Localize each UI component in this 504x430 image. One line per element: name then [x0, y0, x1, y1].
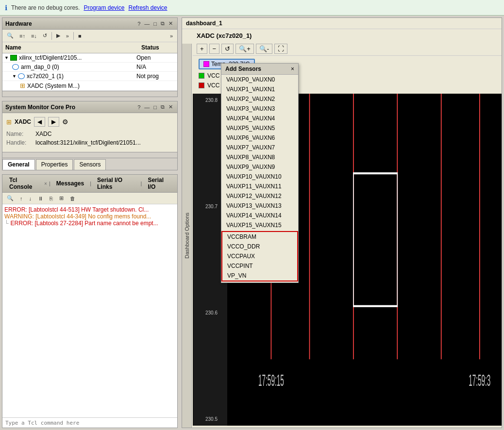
add-sensors-title: Add Sensors [225, 66, 261, 72]
sys-monitor-header: System Monitor Core Pro ? — □ ⧉ ✕ [2, 101, 177, 113]
refresh-device-link[interactable]: Refresh device [128, 4, 167, 11]
hw-stop-btn[interactable]: ■ [76, 32, 84, 40]
sm-horiz-scrollbar[interactable] [2, 152, 177, 158]
sm-minimize-btn[interactable]: — [143, 104, 151, 111]
device-icon-1 [12, 64, 19, 70]
add-sensor-item[interactable]: VAUXP13_VAUXN13 [221, 201, 298, 211]
program-device-link[interactable]: Program device [84, 4, 124, 11]
hw-tree-row-0[interactable]: ▼ xilinx_tcf/Digilent/2105... Open [2, 53, 177, 63]
hw-tree-name-3: XADC (System M...) [27, 83, 136, 89]
hw-tree-row-1[interactable]: arm_dap_0 (0) N/A [2, 63, 177, 72]
tcl-expand-icon: └ [4, 220, 9, 227]
add-sensor-item[interactable]: VCCPAUX [222, 251, 297, 261]
dashboard-title: dashboard_1 [182, 18, 502, 29]
hardware-maximize-btn[interactable]: □ [152, 20, 158, 27]
sm-name-label: Name: [6, 131, 35, 137]
add-sensor-item[interactable]: VAUXP10_VAUXN10 [221, 172, 298, 182]
xadc-refresh-btn[interactable]: ↺ [221, 44, 234, 54]
hw-separator-2 [73, 32, 74, 40]
add-sensor-item[interactable]: VP_VN [222, 271, 297, 281]
hw-collapse-btn[interactable]: ≡↑ [17, 32, 28, 40]
add-sensor-item[interactable]: VAUXP12_VAUXN12 [221, 191, 298, 201]
add-sensor-item[interactable]: VAUXP9_VAUXN9 [221, 162, 298, 172]
add-sensor-item[interactable]: VAUXP3_VAUXN3 [221, 104, 298, 114]
add-sensor-item[interactable]: VAUXP14_VAUXN14 [221, 211, 298, 220]
device-icon-0 [10, 55, 17, 61]
hardware-close-btn[interactable]: ✕ [167, 20, 174, 27]
sm-help-btn[interactable]: ? [136, 104, 142, 111]
tcl-pause-btn[interactable]: ⏸ [35, 194, 46, 203]
tab-general[interactable]: General [2, 159, 35, 170]
sm-restore-btn[interactable]: ⧉ [159, 103, 166, 111]
tcl-serial-io-tab[interactable]: Serial I/O [144, 176, 174, 191]
add-sensor-item[interactable]: VCCBRAM [222, 232, 297, 242]
sm-maximize-btn[interactable]: □ [152, 104, 158, 111]
add-sensor-item[interactable]: VAUXP8_VAUXN8 [221, 152, 298, 162]
tcl-console-tab[interactable]: Tcl Console [5, 176, 42, 191]
expand-arrow-0[interactable]: ▼ [4, 55, 10, 60]
tcl-down-btn[interactable]: ↓ [27, 194, 34, 203]
tcl-copy-btn[interactable]: ⎘ [47, 194, 55, 203]
hardware-panel-title: Hardware [5, 20, 32, 27]
hw-refresh-btn[interactable]: ↺ [40, 31, 50, 40]
svg-text:17:59:3: 17:59:3 [469, 371, 490, 389]
xadc-fullscreen-btn[interactable]: ⛶ [274, 44, 287, 54]
add-sensor-item[interactable]: VAUXP6_VAUXN6 [221, 133, 298, 143]
tcl-up-btn[interactable]: ↑ [17, 194, 25, 203]
hardware-minimize-btn[interactable]: — [143, 20, 151, 27]
hw-tree-row-3[interactable]: ⊞ XADC (System M...) [2, 81, 177, 91]
hardware-panel-controls: ? — □ ⧉ ✕ [136, 20, 174, 27]
add-sensor-item[interactable]: VCCO_DDR [222, 242, 297, 251]
add-sensor-item[interactable]: VAUXP5_VAUXN5 [221, 123, 298, 133]
hw-tree-name-0: xilinx_tcf/Digilent/2105... [19, 54, 136, 61]
tcl-clear-btn[interactable]: 🗑 [67, 194, 78, 203]
tcl-search-btn[interactable]: 🔍 [4, 194, 16, 203]
add-sensor-item[interactable]: VAUXP11_VAUXN11 [221, 182, 298, 191]
tcl-serial-io-links-tab[interactable]: Serial I/O Links [93, 176, 139, 191]
hw-search-btn[interactable]: 🔍 [4, 31, 16, 40]
sm-next-btn[interactable]: ▶ [48, 117, 59, 127]
hw-more-btn[interactable]: » [64, 32, 71, 40]
hw-horiz-scrollbar[interactable] [2, 91, 177, 97]
add-sensor-item[interactable]: VCCPINT [222, 261, 297, 271]
hardware-help-btn[interactable]: ? [136, 20, 142, 27]
temp-color-box [203, 61, 209, 67]
hw-run-btn[interactable]: ▶ [54, 31, 63, 40]
tcl-input-row [2, 417, 177, 428]
add-sensor-item[interactable]: VAUXP0_VAUXN0 [221, 75, 298, 84]
expand-arrow-2[interactable]: ▼ [12, 74, 18, 79]
tcl-input[interactable] [5, 420, 174, 426]
tab-sensors[interactable]: Sensors [74, 159, 106, 170]
hardware-panel: Hardware ? — □ ⧉ ✕ 🔍 ≡↑ ≡↓ ↺ ▶ » ■ [2, 17, 178, 97]
xadc-zoom-out-btn[interactable]: 🔍- [256, 44, 272, 54]
sm-close-btn[interactable]: ✕ [167, 103, 174, 111]
add-sensor-item[interactable]: VAUXP1_VAUXN1 [221, 84, 298, 94]
hw-col-status: Status [138, 43, 177, 52]
sm-settings-btn[interactable]: ⚙ [62, 118, 68, 126]
hw-col-name: Name [2, 43, 138, 52]
svg-rect-6 [353, 173, 397, 306]
hw-expand-btn[interactable]: ≡↓ [29, 32, 39, 40]
tcl-close-btn[interactable]: × [44, 181, 47, 186]
add-sensors-close-btn[interactable]: × [291, 66, 294, 72]
add-sensor-item[interactable]: VAUXP7_VAUXN7 [221, 143, 298, 152]
hw-tree-row-2[interactable]: ▼ xc7z020_1 (1) Not prog [2, 72, 177, 81]
hw-extra-btn[interactable]: » [168, 32, 175, 40]
add-sensor-item[interactable]: VAUXP4_VAUXN4 [221, 114, 298, 123]
sensor-vcc1-text: VCC [207, 72, 219, 79]
sm-handle-label: Handle: [6, 139, 35, 146]
xadc-zoom-in-btn[interactable]: 🔍+ [235, 44, 254, 54]
sm-xadc-icon: ⊞ [6, 118, 12, 126]
add-sensor-item[interactable]: VAUXP15_VAUXN15 [221, 220, 298, 230]
add-sensor-item[interactable]: VAUXP2_VAUXN2 [221, 94, 298, 104]
sm-prev-btn[interactable]: ◀ [34, 117, 45, 127]
dashboard-options-sidebar[interactable]: Dashboard Options [182, 44, 192, 428]
xadc-add-btn[interactable]: + [197, 44, 207, 54]
tcl-grid-btn[interactable]: ⊞ [57, 194, 66, 203]
xadc-remove-btn[interactable]: − [209, 44, 220, 54]
tab-properties[interactable]: Properties [36, 159, 73, 170]
tcl-sep-3: | [141, 181, 142, 186]
hardware-restore-btn[interactable]: ⧉ [159, 20, 166, 27]
tcl-messages-tab[interactable]: Messages [52, 179, 88, 188]
hw-tree-status-0: Open [136, 54, 175, 61]
